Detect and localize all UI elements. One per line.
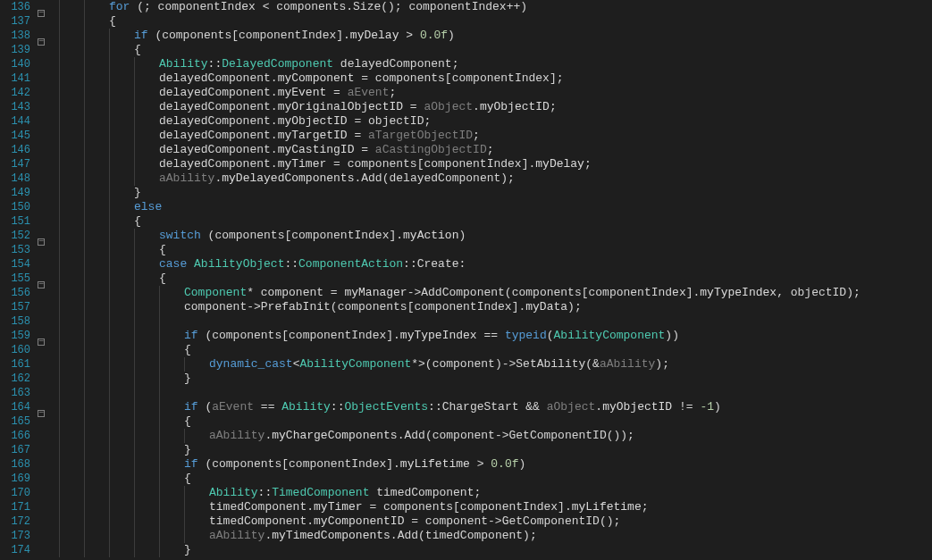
gutter-row: 170 [0, 486, 48, 500]
code-line[interactable]: if (components[componentIndex].myLifetim… [52, 457, 932, 472]
gutter-row: 150 [0, 200, 48, 214]
gutter-row: 162 [0, 372, 48, 386]
code-line[interactable]: { [52, 214, 932, 229]
code-text: { [52, 14, 116, 29]
code-line[interactable]: { [52, 14, 932, 29]
line-number: 150 [0, 200, 36, 214]
gutter-row: 169 [0, 472, 48, 486]
code-text: if (aEvent == Ability::ObjectEvents::Cha… [52, 400, 721, 414]
gutter-row: 158 [0, 314, 48, 329]
code-line[interactable]: } [52, 443, 932, 457]
gutter-row: 159 [0, 329, 48, 343]
line-number: 165 [0, 414, 36, 429]
line-number: 174 [0, 543, 36, 557]
code-line[interactable]: timedComponent.myTimer = components[comp… [52, 500, 932, 514]
code-line[interactable]: for (; componentIndex < components.Size(… [52, 0, 932, 14]
code-line[interactable] [52, 386, 932, 400]
code-line[interactable]: delayedComponent.myObjectID = objectID; [52, 114, 932, 129]
code-line[interactable]: delayedComponent.myCastingID = aCastingO… [52, 143, 932, 157]
gutter-row: 151 [0, 214, 48, 229]
code-text: delayedComponent.myTimer = components[co… [52, 157, 592, 171]
code-line[interactable]: { [52, 243, 932, 257]
code-text: } [52, 372, 191, 386]
line-number: 145 [0, 129, 36, 143]
line-number: 144 [0, 114, 36, 129]
code-line[interactable]: Ability::TimedComponent timedComponent; [52, 486, 932, 500]
line-number: 141 [0, 71, 36, 86]
gutter-row: 167 [0, 443, 48, 457]
code-line[interactable]: Component* component = myManager->AddCom… [52, 286, 932, 300]
line-number: 170 [0, 486, 36, 500]
line-number: 168 [0, 457, 36, 472]
code-line[interactable]: } [52, 372, 932, 386]
line-number: 137 [0, 14, 36, 29]
line-number: 151 [0, 214, 36, 229]
code-line[interactable] [52, 314, 932, 329]
code-text: else [52, 200, 162, 214]
code-line[interactable]: delayedComponent.myTargetID = aTargetObj… [52, 129, 932, 143]
code-line[interactable]: delayedComponent.myOriginalObjectID = aO… [52, 100, 932, 114]
line-number: 153 [0, 243, 36, 257]
line-number: 167 [0, 443, 36, 457]
code-line[interactable]: { [52, 272, 932, 286]
gutter-row: 171 [0, 500, 48, 514]
code-line[interactable]: else [52, 200, 932, 214]
code-text: for (; componentIndex < components.Size(… [52, 0, 527, 14]
code-line[interactable]: delayedComponent.myEvent = aEvent; [52, 86, 932, 100]
code-text: aAbility.myTimedComponents.Add(timedComp… [52, 529, 537, 543]
code-line[interactable]: { [52, 472, 932, 486]
code-editor[interactable]: 1361371381391401411421431441451461471481… [0, 0, 932, 560]
line-number: 139 [0, 43, 36, 57]
code-line[interactable]: dynamic_cast<AbilityComponent*>(componen… [52, 357, 932, 372]
code-line[interactable]: aAbility.myDelayedComponents.Add(delayed… [52, 171, 932, 186]
code-line[interactable]: switch (components[componentIndex].myAct… [52, 229, 932, 243]
code-text: if (components[componentIndex].myDelay >… [52, 29, 455, 43]
line-number: 155 [0, 272, 36, 286]
code-line[interactable]: delayedComponent.myTimer = components[co… [52, 157, 932, 171]
code-text: delayedComponent.myObjectID = objectID; [52, 114, 431, 129]
gutter-row: 174 [0, 543, 48, 557]
code-line[interactable]: { [52, 343, 932, 357]
line-number: 147 [0, 157, 36, 171]
gutter-row: 143 [0, 100, 48, 114]
code-text: switch (components[componentIndex].myAct… [52, 229, 466, 243]
line-number: 161 [0, 357, 36, 372]
code-area[interactable]: for (; componentIndex < components.Size(… [48, 0, 932, 560]
gutter-row: 136 [0, 0, 48, 14]
line-number: 136 [0, 0, 36, 14]
line-number: 164 [0, 400, 36, 414]
gutter-row: 140 [0, 57, 48, 71]
line-number: 142 [0, 86, 36, 100]
code-text: delayedComponent.myEvent = aEvent; [52, 86, 396, 100]
code-line[interactable]: if (aEvent == Ability::ObjectEvents::Cha… [52, 400, 932, 414]
code-line[interactable]: delayedComponent.myComponent = component… [52, 71, 932, 86]
code-line[interactable]: aAbility.myTimedComponents.Add(timedComp… [52, 529, 932, 543]
line-number: 152 [0, 229, 36, 243]
gutter-row: 149 [0, 186, 48, 200]
code-line[interactable]: if (components[componentIndex].myTypeInd… [52, 329, 932, 343]
code-line[interactable]: { [52, 414, 932, 429]
code-text: delayedComponent.myTargetID = aTargetObj… [52, 129, 480, 143]
gutter-row: 173 [0, 529, 48, 543]
gutter: 1361371381391401411421431441451461471481… [0, 0, 48, 560]
code-text: aAbility.myDelayedComponents.Add(delayed… [52, 171, 515, 186]
code-text: } [52, 186, 141, 200]
code-text: { [52, 472, 191, 486]
code-line[interactable]: if (components[componentIndex].myDelay >… [52, 29, 932, 43]
code-line[interactable]: timedComponent.myComponentID = component… [52, 514, 932, 529]
code-text: { [52, 43, 141, 57]
gutter-row: 164 [0, 400, 48, 414]
code-line[interactable]: { [52, 43, 932, 57]
code-line[interactable]: case AbilityObject::ComponentAction::Cre… [52, 257, 932, 272]
line-number: 158 [0, 314, 36, 329]
gutter-row: 152 [0, 229, 48, 243]
gutter-row: 161 [0, 357, 48, 372]
line-number: 146 [0, 143, 36, 157]
code-line[interactable]: } [52, 186, 932, 200]
code-text: delayedComponent.myOriginalObjectID = aO… [52, 100, 557, 114]
code-line[interactable]: component->PrefabInit(components[compone… [52, 300, 932, 314]
code-line[interactable]: } [52, 543, 932, 557]
code-line[interactable]: Ability::DelayedComponent delayedCompone… [52, 57, 932, 71]
code-line[interactable]: aAbility.myChargeComponents.Add(componen… [52, 429, 932, 443]
code-text: dynamic_cast<AbilityComponent*>(componen… [52, 357, 669, 372]
